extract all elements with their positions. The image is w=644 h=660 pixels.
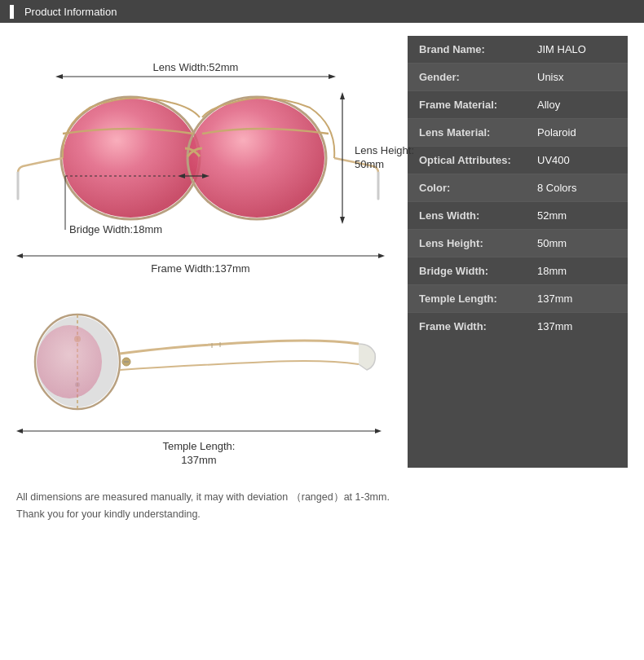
header-title: Product Information	[24, 6, 117, 18]
main-content: Lens Width:52mm Lens Height: 50mm Bridge…	[0, 23, 644, 477]
specs-row: Lens Width:52mm	[408, 202, 628, 230]
spec-label: Frame Width:	[419, 320, 537, 332]
diagram-top: Lens Width:52mm Lens Height: 50mm Bridge…	[16, 36, 391, 280]
spec-label: Brand Name:	[419, 43, 537, 55]
svg-text:Bridge Width:18mm: Bridge Width:18mm	[69, 223, 162, 235]
page-wrapper: ▌ Product Information	[0, 0, 644, 660]
spec-value: Unisx	[537, 71, 564, 83]
svg-marker-9	[340, 92, 345, 99]
specs-table: Brand Name:JIM HALOGender:UnisxFrame Mat…	[408, 36, 628, 468]
spec-label: Frame Material:	[419, 99, 537, 111]
diagram-bottom: Temple Length: 137mm	[16, 288, 391, 468]
side-diagram-svg: Temple Length: 137mm	[16, 288, 391, 468]
svg-marker-35	[375, 429, 382, 433]
spec-label: Color:	[419, 182, 537, 194]
svg-point-1	[63, 99, 198, 218]
svg-marker-21	[378, 253, 385, 258]
spec-label: Lens Height:	[419, 237, 537, 249]
specs-row: Brand Name:JIM HALO	[408, 36, 628, 64]
spec-value: Alloy	[537, 99, 560, 111]
footer-note: All dimensions are measured manually, it…	[0, 477, 644, 535]
specs-row: Frame Material:Alloy	[408, 91, 628, 119]
spec-value: 18mm	[537, 265, 567, 277]
spec-value: 52mm	[537, 209, 567, 222]
svg-marker-34	[16, 429, 23, 433]
specs-row: Lens Height:50mm	[408, 230, 628, 257]
footer-line2: Thank you for your kindly understanding.	[16, 506, 628, 523]
front-diagram-svg: Lens Width:52mm Lens Height: 50mm Bridge…	[16, 36, 391, 280]
header-bar: ▌ Product Information	[0, 0, 644, 23]
spec-value: 137mm	[537, 293, 572, 305]
spec-value: 8 Colors	[537, 182, 576, 194]
specs-row: Bridge Width:18mm	[408, 257, 628, 285]
svg-marker-20	[16, 253, 23, 258]
spec-value: UV400	[537, 154, 570, 166]
spec-label: Temple Length:	[419, 293, 537, 305]
svg-point-28	[37, 325, 102, 398]
svg-marker-6	[329, 74, 336, 79]
spec-label: Bridge Width:	[419, 265, 537, 277]
specs-row: Optical Attributes:UV400	[408, 147, 628, 174]
footer-line1: All dimensions are measured manually, it…	[16, 489, 628, 506]
svg-text:Frame Width:137mm: Frame Width:137mm	[151, 262, 249, 275]
svg-text:Lens Width:52mm: Lens Width:52mm	[153, 61, 239, 73]
specs-row: Gender:Unisx	[408, 64, 628, 91]
specs-row: Color:8 Colors	[408, 174, 628, 202]
spec-label: Lens Width:	[419, 209, 537, 222]
svg-point-3	[189, 99, 324, 218]
svg-marker-5	[55, 74, 63, 79]
spec-label: Optical Attributes:	[419, 154, 537, 166]
specs-row: Temple Length:137mm	[408, 285, 628, 313]
left-panel: Lens Width:52mm Lens Height: 50mm Bridge…	[16, 36, 391, 468]
svg-marker-10	[340, 217, 345, 224]
svg-text:137mm: 137mm	[181, 454, 216, 466]
spec-value: Polaroid	[537, 126, 576, 139]
specs-row: Lens Material:Polaroid	[408, 119, 628, 147]
spec-label: Gender:	[419, 71, 537, 83]
svg-text:Lens Height:: Lens Height:	[355, 144, 414, 156]
spec-value: 50mm	[537, 237, 567, 249]
spec-value: 137mm	[537, 320, 572, 332]
svg-text:Temple Length:: Temple Length:	[163, 440, 236, 452]
spec-label: Lens Material:	[419, 126, 537, 139]
spec-value: JIM HALO	[537, 43, 586, 55]
specs-row: Frame Width:137mm	[408, 313, 628, 340]
svg-text:50mm: 50mm	[355, 158, 384, 170]
bar-icon: ▌	[10, 5, 18, 18]
